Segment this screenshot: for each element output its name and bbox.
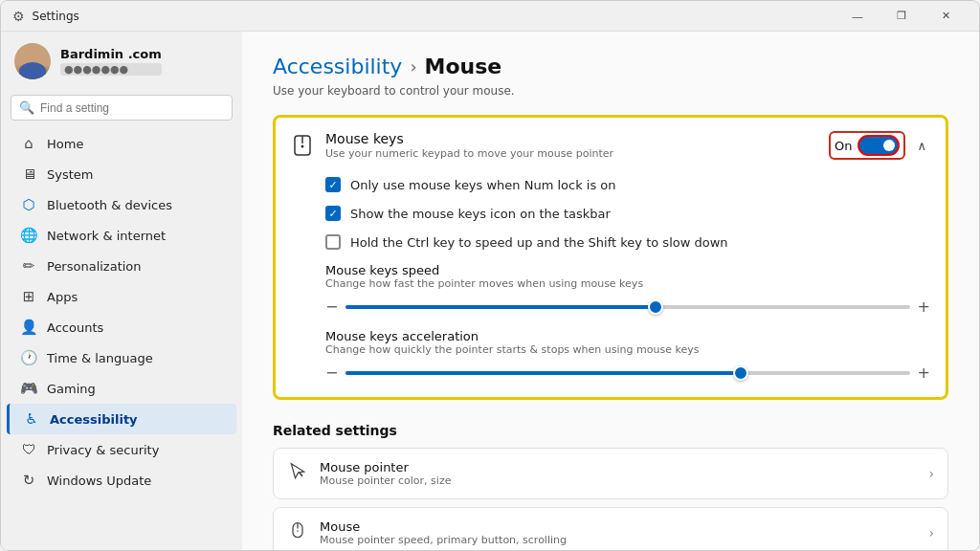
speed-title: Mouse keys speed: [325, 263, 930, 277]
bluetooth-icon: ⬡: [20, 196, 37, 213]
option3-row: Hold the Ctrl key to speed up and the Sh…: [325, 234, 930, 250]
speed-slider-row: Mouse keys speed Change how fast the poi…: [325, 263, 930, 316]
mouse-pointer-icon: [287, 462, 308, 485]
toggle-on-label: On: [835, 139, 852, 153]
svg-line-3: [300, 473, 302, 476]
acceleration-increase-button[interactable]: +: [918, 364, 930, 382]
sidebar-item-label: Privacy & security: [47, 443, 159, 457]
sidebar: Bardimin .com ●●●●●●● 🔍 ⌂ Home 🖥 System: [1, 32, 242, 550]
apps-icon: ⊞: [20, 288, 37, 305]
sidebar-item-label: System: [47, 167, 93, 182]
sidebar-item-gaming[interactable]: 🎮 Gaming: [7, 373, 236, 404]
toggle-knob: [883, 140, 895, 151]
related-settings-section: Related settings Mouse pointer Mouse poi…: [273, 423, 948, 550]
window-content: Bardimin .com ●●●●●●● 🔍 ⌂ Home 🖥 System: [1, 32, 979, 550]
acceleration-decrease-button[interactable]: −: [325, 364, 338, 382]
search-box[interactable]: 🔍: [11, 95, 233, 121]
mouse-pointer-chevron: ›: [928, 466, 934, 481]
sidebar-item-label: Apps: [47, 290, 78, 304]
acceleration-desc: Change how quickly the pointer starts & …: [325, 343, 930, 356]
speed-slider-fill: [345, 305, 656, 309]
mouse-keys-header: Mouse keys Use your numeric keypad to mo…: [276, 118, 946, 173]
breadcrumb: Accessibility › Mouse: [273, 55, 948, 78]
sidebar-item-label: Time & language: [47, 351, 153, 365]
accessibility-icon: ♿: [23, 410, 40, 428]
option3-checkbox[interactable]: [325, 234, 341, 250]
sidebar-item-label: Bluetooth & devices: [47, 198, 172, 212]
related-mouse[interactable]: Mouse Mouse pointer speed, primary butto…: [273, 507, 948, 550]
sidebar-item-accessibility[interactable]: ♿ Accessibility: [7, 404, 236, 434]
option3-label: Hold the Ctrl key to speed up and the Sh…: [350, 235, 728, 250]
related-mouse-pointer[interactable]: Mouse pointer Mouse pointer color, size …: [273, 448, 948, 499]
sidebar-item-time[interactable]: 🕐 Time & language: [7, 342, 236, 373]
sidebar-item-label: Windows Update: [47, 474, 151, 488]
accounts-icon: 👤: [20, 319, 37, 336]
speed-slider-thumb[interactable]: [648, 299, 663, 315]
breadcrumb-parent[interactable]: Accessibility: [273, 55, 402, 78]
mouse-keys-body: ✓ Only use mouse keys when Num lock is o…: [276, 173, 946, 397]
search-icon: 🔍: [19, 100, 34, 115]
system-icon: 🖥: [20, 165, 37, 183]
sidebar-item-bluetooth[interactable]: ⬡ Bluetooth & devices: [7, 189, 236, 220]
acceleration-title: Mouse keys acceleration: [325, 329, 930, 343]
profile-name: Bardimin .com: [60, 47, 162, 61]
profile-sub: ●●●●●●●: [60, 63, 162, 76]
profile-section: Bardimin .com ●●●●●●●: [1, 32, 242, 91]
sidebar-item-label: Accounts: [47, 320, 103, 335]
mouse-desc: Mouse pointer speed, primary button, scr…: [320, 534, 567, 546]
option2-checkbox[interactable]: ✓: [325, 206, 341, 221]
search-input[interactable]: [40, 101, 224, 115]
svg-point-2: [301, 145, 304, 148]
sidebar-item-network[interactable]: 🌐 Network & internet: [7, 220, 236, 251]
mouse-keys-icon: [291, 134, 314, 157]
sidebar-item-label: Accessibility: [50, 412, 138, 427]
acceleration-slider-thumb[interactable]: [733, 365, 748, 381]
mouse-icon: [287, 521, 308, 544]
sidebar-item-apps[interactable]: ⊞ Apps: [7, 281, 236, 312]
option1-checkbox[interactable]: ✓: [325, 177, 341, 192]
mouse-title: Mouse: [320, 519, 567, 534]
sidebar-item-home[interactable]: ⌂ Home: [7, 128, 236, 159]
mouse-keys-toggle[interactable]: [858, 135, 900, 156]
avatar: [14, 43, 51, 79]
speed-slider-track[interactable]: [345, 305, 909, 309]
gaming-icon: 🎮: [20, 380, 37, 397]
acceleration-slider-track[interactable]: [345, 371, 909, 375]
speed-desc: Change how fast the pointer moves when u…: [325, 277, 930, 290]
close-button[interactable]: ✕: [924, 1, 968, 32]
mouse-keys-card: Mouse keys Use your numeric keypad to mo…: [273, 115, 948, 400]
minimize-button[interactable]: —: [835, 1, 880, 32]
main-content: Accessibility › Mouse Use your keyboard …: [242, 32, 979, 550]
sidebar-item-label: Home: [47, 137, 83, 151]
related-settings-title: Related settings: [273, 423, 948, 438]
mouse-keys-title: Mouse keys: [325, 131, 613, 146]
collapse-button[interactable]: ∧: [913, 137, 930, 155]
speed-increase-button[interactable]: +: [918, 298, 930, 316]
breadcrumb-separator: ›: [410, 56, 416, 77]
sidebar-item-label: Network & internet: [47, 229, 166, 243]
acceleration-slider-control: − +: [325, 364, 930, 382]
settings-window: ⚙ Settings — ❐ ✕ Bardimin .com ●●●●●●●: [0, 0, 980, 551]
sidebar-item-label: Personalization: [47, 259, 142, 274]
nav-menu: ⌂ Home 🖥 System ⬡ Bluetooth & devices 🌐 …: [1, 128, 242, 496]
speed-decrease-button[interactable]: −: [325, 298, 338, 316]
mouse-keys-description: Use your numeric keypad to move your mou…: [325, 147, 613, 160]
sidebar-item-privacy[interactable]: 🛡 Privacy & security: [7, 434, 236, 465]
sidebar-item-accounts[interactable]: 👤 Accounts: [7, 312, 236, 342]
titlebar: ⚙ Settings — ❐ ✕: [1, 1, 979, 32]
sidebar-item-update[interactable]: ↻ Windows Update: [7, 465, 236, 496]
update-icon: ↻: [20, 472, 37, 489]
maximize-button[interactable]: ❐: [880, 1, 924, 32]
speed-slider-control: − +: [325, 298, 930, 316]
home-icon: ⌂: [20, 135, 37, 152]
sidebar-item-personalization[interactable]: ✏ Personalization: [7, 251, 236, 281]
network-icon: 🌐: [20, 227, 37, 244]
option1-row: ✓ Only use mouse keys when Num lock is o…: [325, 177, 930, 192]
mouse-chevron: ›: [928, 525, 934, 540]
acceleration-slider-row: Mouse keys acceleration Change how quick…: [325, 329, 930, 382]
titlebar-left: ⚙ Settings: [12, 9, 79, 24]
privacy-icon: 🛡: [20, 441, 37, 458]
page-subtitle: Use your keyboard to control your mouse.: [273, 84, 948, 98]
personalization-icon: ✏: [20, 257, 37, 275]
sidebar-item-system[interactable]: 🖥 System: [7, 159, 236, 189]
